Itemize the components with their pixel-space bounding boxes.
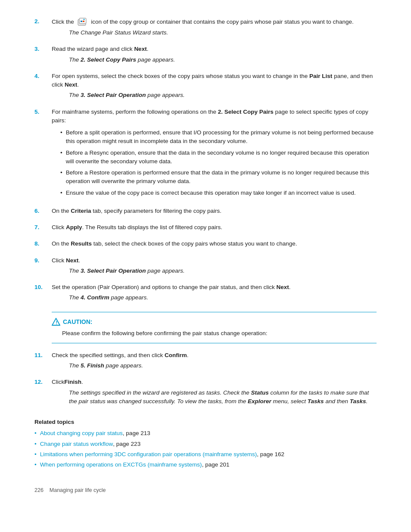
step-10-number: 10.: [34, 283, 52, 292]
step-9-text: Click Next.: [52, 256, 377, 265]
step-5-content: For mainframe systems, perform the follo…: [52, 108, 377, 201]
related-link-3[interactable]: Limitations when performing 3DC configur…: [40, 450, 257, 459]
step-8-text: On the Results tab, select the check box…: [52, 240, 377, 248]
step-6-text: On the Criteria tab, specify parameters …: [52, 207, 377, 215]
step-11: 11. Check the specified settings, and th…: [34, 351, 377, 372]
related-link-item-1: About changing copy pair status, page 21…: [34, 429, 377, 438]
step-9-result: The 3. Select Pair Operation page appear…: [69, 267, 377, 275]
step-2: 2. Click the icon of the copy group or c…: [34, 17, 377, 39]
step-9-content: Click Next. The 3. Select Pair Operation…: [52, 256, 377, 277]
related-link-1[interactable]: About changing copy pair status: [40, 429, 123, 438]
step-12-result: The settings specified in the wizard are…: [69, 389, 377, 406]
caution-triangle-icon: !: [52, 318, 60, 326]
step-2-text: Click the icon of the copy group or cont…: [52, 17, 377, 27]
step-10-content: Set the operation (Pair Operation) and o…: [52, 283, 377, 304]
svg-text:!: !: [56, 320, 58, 325]
svg-rect-3: [83, 21, 84, 22]
bullet-3: Before a Restore operation is performed …: [60, 168, 377, 186]
related-link-4[interactable]: When performing operations on EXCTGs (ma…: [40, 460, 202, 469]
step-7: 7. Click Apply. The Results tab displays…: [34, 223, 377, 233]
step-8-content: On the Results tab, select the check box…: [52, 240, 377, 250]
step-12-number: 12.: [34, 378, 52, 386]
related-topics-title: Related topics: [34, 418, 377, 426]
step-12: 12. ClickFinish. The settings specified …: [34, 378, 377, 408]
step-6-number: 6.: [34, 207, 52, 215]
step-5: 5. For mainframe systems, perform the fo…: [34, 108, 377, 201]
step-10: 10. Set the operation (Pair Operation) a…: [34, 283, 377, 304]
related-link-item-2: Change pair status workflow, page 223: [34, 440, 377, 448]
caution-box: ! CAUTION: Please confirm the following …: [52, 312, 377, 343]
step-8: 8. On the Results tab, select the check …: [34, 240, 377, 250]
caution-text: Please confirm the following before conf…: [62, 329, 377, 338]
step-4-result: The 3. Select Pair Operation page appear…: [69, 91, 377, 100]
bullet-1: Before a split operation is performed, e…: [60, 128, 377, 146]
page-content: 2. Click the icon of the copy group or c…: [0, 0, 411, 532]
step-3: 3. Read the wizard page and click Next. …: [34, 45, 377, 66]
related-link-2[interactable]: Change pair status workflow: [40, 440, 113, 448]
step-10-result: The 4. Confirm page appears.: [69, 293, 377, 302]
step-4-content: For open systems, select the check boxes…: [52, 72, 377, 102]
step-4: 4. For open systems, select the check bo…: [34, 72, 377, 102]
caution-title: ! CAUTION:: [52, 317, 377, 327]
step-3-text: Read the wizard page and click Next.: [52, 45, 377, 53]
step-3-number: 3.: [34, 45, 52, 53]
step-5-number: 5.: [34, 108, 52, 116]
step-7-number: 7.: [34, 223, 52, 232]
step-8-number: 8.: [34, 240, 52, 248]
step-10-text: Set the operation (Pair Operation) and o…: [52, 283, 377, 292]
step-7-content: Click Apply. The Results tab displays th…: [52, 223, 377, 233]
step-4-text: For open systems, select the check boxes…: [52, 72, 377, 90]
bullet-4: Ensure the value of the copy pace is cor…: [60, 189, 377, 197]
related-link-item-4: When performing operations on EXCTGs (ma…: [34, 460, 377, 469]
step-11-text: Check the specified settings, and then c…: [52, 351, 377, 360]
step-5-text: For mainframe systems, perform the follo…: [52, 108, 377, 125]
related-link-1-suffix: , page 213: [123, 429, 150, 438]
related-topics-list: About changing copy pair status, page 21…: [34, 429, 377, 469]
step-9-number: 9.: [34, 256, 52, 265]
related-link-3-suffix: , page 162: [257, 450, 284, 459]
step-6: 6. On the Criteria tab, specify paramete…: [34, 207, 377, 217]
footer-page-num: 226: [34, 487, 44, 493]
related-link-4-suffix: , page 201: [202, 460, 230, 469]
step-11-number: 11.: [34, 351, 52, 360]
step-12-text: ClickFinish.: [52, 378, 377, 386]
step-9: 9. Click Next. The 3. Select Pair Operat…: [34, 256, 377, 277]
step-3-content: Read the wizard page and click Next. The…: [52, 45, 377, 66]
page-footer: 226 Managing pair life cycle: [34, 486, 377, 495]
step-12-content: ClickFinish. The settings specified in t…: [52, 378, 377, 408]
step-2-content: Click the icon of the copy group or cont…: [52, 17, 377, 39]
related-link-2-suffix: , page 223: [113, 440, 140, 448]
step-5-bullets: Before a split operation is performed, e…: [60, 128, 377, 197]
step-3-result: The 2. Select Copy Pairs page appears.: [69, 56, 377, 64]
step-6-content: On the Criteria tab, specify parameters …: [52, 207, 377, 217]
related-link-item-3: Limitations when performing 3DC configur…: [34, 450, 377, 459]
step-7-text: Click Apply. The Results tab displays th…: [52, 223, 377, 232]
step-2-result: The Change Pair Status Wizard starts.: [69, 28, 377, 37]
footer-text: Managing pair life cycle: [50, 487, 106, 493]
bullet-2: Before a Resync operation, ensure that t…: [60, 149, 377, 166]
copy-group-icon: [77, 17, 88, 27]
svg-rect-2: [81, 21, 82, 22]
step-4-number: 4.: [34, 72, 52, 81]
step-2-number: 2.: [34, 17, 52, 26]
related-topics: Related topics About changing copy pair …: [34, 418, 377, 469]
step-11-content: Check the specified settings, and then c…: [52, 351, 377, 372]
step-11-result: The 5. Finish page appears.: [69, 361, 377, 370]
